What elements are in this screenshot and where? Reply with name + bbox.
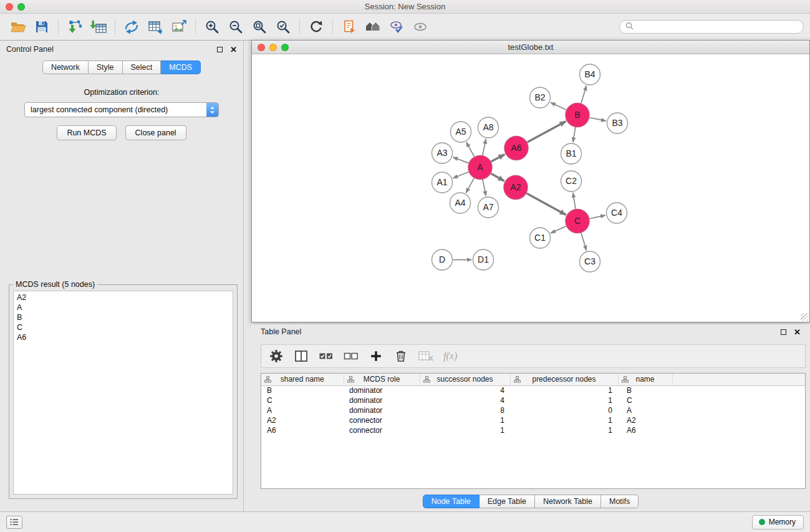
table-row[interactable]: A2 connector 1 1 A2 [261,415,805,425]
deselect-all-rows-icon[interactable] [341,347,361,365]
select-columns-icon[interactable] [291,347,311,365]
add-column-icon[interactable] [366,347,386,365]
save-session-icon[interactable] [30,16,54,37]
resize-handle[interactable] [801,313,809,321]
table-row[interactable]: B dominator 4 1 B [261,385,805,395]
graph-node-B1[interactable]: B1 [561,143,582,164]
zoom-fit-icon[interactable] [248,16,271,37]
zoom-in-icon[interactable] [200,16,224,37]
graph-node-A5[interactable]: A5 [451,122,471,142]
run-mcds-button[interactable]: Run MCDS [57,125,116,140]
list-item[interactable]: A [17,302,229,312]
graph-node-A4[interactable]: A4 [450,193,471,213]
graph-node-B4[interactable]: B4 [580,64,600,85]
close-window-button[interactable] [6,3,13,11]
zoom-view-button[interactable] [281,44,289,51]
tab-motifs[interactable]: Motifs [601,495,639,508]
network-from-table-icon[interactable] [143,16,167,37]
criterion-dropdown[interactable]: largest connected component (directed) [24,102,219,117]
table-row[interactable]: A6 connector 1 1 A6 [261,425,805,435]
graph-node-D1[interactable]: D1 [473,249,494,270]
network-window-titlebar[interactable]: testGlobe.txt [252,41,809,54]
dropdown-stepper-icon[interactable] [206,103,218,117]
column-header-shared-name[interactable]: shared name [261,374,344,385]
graph-node-D[interactable]: D [432,249,453,270]
graph-node-A7[interactable]: A7 [478,197,499,218]
graph-node-B2[interactable]: B2 [530,87,551,108]
network-graph[interactable]: B4B2BB3A5A8A6A3B1AC2A1A2A4A7C4CC1DD1C3 [252,54,809,322]
graphics-details-icon[interactable] [385,16,408,37]
graph-node-C3[interactable]: C3 [580,251,600,272]
graph-edge-A-A1[interactable] [453,172,468,178]
delete-table-icon[interactable] [416,347,436,365]
graph-edge-C-C1[interactable] [551,226,566,233]
network-canvas[interactable]: B4B2BB3A5A8A6A3B1AC2A1A2A4A7C4CC1DD1C3 [252,54,809,322]
network-arrows-icon[interactable] [120,16,143,37]
tab-select[interactable]: Select [123,60,162,74]
graph-edge-C-C4[interactable] [590,215,605,218]
tab-network[interactable]: Network [42,60,89,74]
float-panel-icon[interactable] [217,47,223,52]
search-field[interactable] [619,20,804,34]
gear-icon[interactable] [266,347,286,365]
zoom-window-button[interactable] [17,3,25,11]
mcds-result-list[interactable]: A2 A B C A6 [13,291,233,495]
home-overview-icon[interactable] [361,16,385,37]
graph-node-A3[interactable]: A3 [432,143,453,163]
graph-edge-A-A4[interactable] [466,178,474,193]
graph-edge-C-C3[interactable] [581,233,587,251]
graph-node-C[interactable]: C [566,210,589,233]
graph-edge-A-A8[interactable] [483,139,486,155]
table-row[interactable]: A dominator 8 0 A [261,405,805,415]
graph-node-A6[interactable]: A6 [504,137,528,160]
graph-node-C2[interactable]: C2 [561,171,582,191]
graph-node-C1[interactable]: C1 [530,228,551,248]
function-builder-icon[interactable]: f(x) [441,351,457,362]
tab-node-table[interactable]: Node Table [423,495,480,508]
graph-node-A8[interactable]: A8 [478,117,499,138]
import-network-icon[interactable] [63,16,87,37]
column-header-name[interactable]: name [618,374,672,385]
graph-node-A1[interactable]: A1 [432,172,453,193]
memory-button[interactable]: Memory [752,515,804,530]
close-panel-icon[interactable]: ✕ [230,46,237,54]
list-item[interactable]: B [17,312,229,322]
graph-edge-A6-B[interactable] [528,122,566,143]
float-table-panel-icon[interactable] [781,329,786,335]
graph-edge-B-B1[interactable] [573,127,576,142]
graph-edge-A-A5[interactable] [466,142,475,157]
graph-node-A2[interactable]: A2 [504,176,528,200]
graph-node-A[interactable]: A [468,156,492,180]
open-session-icon[interactable] [6,16,30,37]
graph-edge-A-A3[interactable] [453,157,468,163]
graph-node-B[interactable]: B [566,104,589,127]
graph-node-C4[interactable]: C4 [607,203,627,223]
graph-node-B3[interactable]: B3 [607,113,628,133]
search-input[interactable] [637,22,798,32]
zoom-out-icon[interactable] [224,16,248,37]
column-header-predecessor-nodes[interactable]: predecessor nodes [510,374,618,385]
tab-network-table[interactable]: Network Table [535,495,601,508]
import-table-icon[interactable] [87,16,110,37]
graph-edge-A-A2[interactable] [491,173,504,181]
minimize-view-button[interactable] [269,44,277,51]
list-item[interactable]: C [17,322,229,332]
graph-edge-C-C2[interactable] [573,193,576,209]
graph-edge-A-A6[interactable] [491,154,505,162]
neighbors-document-icon[interactable] [337,16,361,37]
close-table-panel-icon[interactable]: ✕ [794,328,801,336]
tab-mcds[interactable]: MCDS [161,60,201,74]
graph-edge-B-B4[interactable] [581,85,587,103]
delete-column-icon[interactable] [391,347,411,365]
close-panel-button[interactable]: Close panel [125,125,186,140]
refresh-icon[interactable] [304,16,328,37]
column-header-successor-nodes[interactable]: successor nodes [420,374,510,385]
zoom-selected-icon[interactable] [271,16,295,37]
tab-style[interactable]: Style [89,60,123,74]
graph-edge-B-B2[interactable] [551,102,566,110]
select-all-rows-icon[interactable] [316,347,336,365]
eye-icon[interactable] [408,16,432,37]
graph-edge-A2-C[interactable] [527,193,566,215]
export-image-icon[interactable] [167,16,191,37]
tab-edge-table[interactable]: Edge Table [480,495,535,508]
